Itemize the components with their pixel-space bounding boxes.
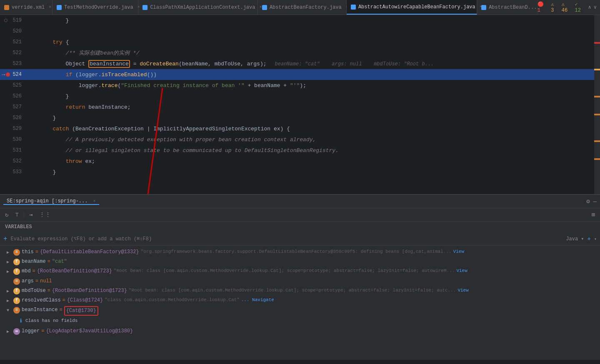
step-over-btn[interactable]: ⇥ <box>28 210 34 219</box>
expand-mbd[interactable]: ▶ <box>7 267 13 275</box>
scroll-marker-red2 <box>594 96 600 97</box>
var-desc-this: "org.springframework.beans.factory.suppo… <box>141 248 452 256</box>
expand-beaninstance[interactable]: ▼ <box>7 306 13 314</box>
linenum-532: 532 <box>10 158 27 164</box>
expand-mbdtouse[interactable]: ▶ <box>7 287 13 295</box>
var-row-this[interactable]: ▶ = this = {DefaultListableBeanFactory@1… <box>0 247 600 257</box>
add-watch-btn[interactable]: + <box>3 235 8 243</box>
tab-icon-java4 <box>351 5 356 10</box>
var-icon-this: = <box>13 249 20 256</box>
var-desc-mbd: "Root bean: class [com.aqin.custom.Metho… <box>114 267 455 275</box>
code-523[interactable]: Object beanInstance = doCreateBean(beanN… <box>27 60 600 68</box>
var-row-nofields: ℹ Class has no fields <box>0 317 600 326</box>
resume-btn[interactable]: ⊤ <box>13 210 20 219</box>
nav-up[interactable]: ∧ <box>588 4 591 10</box>
tab-abstractbeanfactory[interactable]: AbstractBeanFactory.java × <box>258 0 347 15</box>
var-row-args[interactable]: ▶ = args = null <box>0 277 600 286</box>
var-row-mbd[interactable]: ▶ f mbd = {RootBeanDefinition@1723} "Roo… <box>0 267 600 276</box>
var-eq-logger: = <box>41 327 44 335</box>
debug-tab-main[interactable]: SE:spring-aqin [:spring-... × <box>3 198 99 205</box>
columns-btn[interactable]: ⋮⋮ <box>38 210 52 219</box>
variables-list: ▶ = this = {DefaultListableBeanFactory@1… <box>0 246 600 360</box>
code-line-521: 521 try { <box>0 37 600 47</box>
tab-verride[interactable]: verride.xml × <box>0 0 52 15</box>
breakpoint-524[interactable] <box>6 72 10 77</box>
code-526[interactable]: } <box>27 93 600 100</box>
debug-tab-close[interactable]: × <box>93 199 96 204</box>
tab-label-verride: verride.xml <box>12 5 45 10</box>
warn-badge1: ⚠ 3 <box>551 1 559 13</box>
code-530[interactable]: // A previously detected exception with … <box>27 137 600 143</box>
tab-abstractbeand[interactable]: AbstractBeanD... <box>477 0 538 15</box>
var-link-resolvedclass[interactable]: ... Navigate <box>241 297 274 304</box>
tab-abstractautowire[interactable]: AbstractAutowireCapableBeanFactory.java … <box>347 0 477 15</box>
tab-icon-java5 <box>481 5 486 10</box>
var-row-beanname[interactable]: ▶ f beanName = "cat" <box>0 257 600 267</box>
linenum-519: 519 <box>10 17 27 23</box>
tab-icon-java1 <box>57 5 62 10</box>
tab-icon-xml <box>4 5 9 10</box>
code-521[interactable]: try { <box>27 39 600 45</box>
var-eq-args: = <box>35 277 38 285</box>
code-522[interactable]: /** 实际创建bean的实例 */ <box>27 49 600 57</box>
var-link-mbd[interactable]: View <box>456 267 467 275</box>
restart-btn[interactable]: ↻ <box>3 210 10 219</box>
java-label: Java ▾ <box>566 236 584 242</box>
debug-panel: SE:spring-aqin [:spring-... × ⚙ — ↻ ⊤ ⇥ … <box>0 194 600 360</box>
var-name-args: args <box>22 277 34 285</box>
chevron-btn[interactable]: ▾ <box>594 237 597 242</box>
code-527[interactable]: return beanInstance; <box>27 104 600 110</box>
linenum-533: 533 <box>10 169 27 175</box>
current-line-arrow: → <box>2 71 5 78</box>
toolbar-sep1 <box>24 212 24 218</box>
expand-logger[interactable]: ▶ <box>7 327 13 335</box>
var-row-resolvedclass[interactable]: ▶ f resolvedClass = {Class@1724} "class … <box>0 296 600 305</box>
error-badge: 🔴 1 <box>538 1 548 13</box>
tab-bar: verride.xml × TestMethodOverride.java × … <box>0 0 600 15</box>
var-row-mbdtouse[interactable]: ▶ f mbdToUse = {RootBeanDefinition@1723}… <box>0 286 600 296</box>
eval-input[interactable] <box>11 236 563 242</box>
layout-btn[interactable]: ⊞ <box>590 210 597 219</box>
tab-close-verride[interactable]: × <box>49 5 51 10</box>
linenum-528: 528 <box>10 115 27 121</box>
code-525[interactable]: logger.trace("Finished creating instance… <box>27 82 600 89</box>
code-528[interactable]: } <box>27 115 600 121</box>
var-eq-mbd: = <box>32 267 35 275</box>
scroll-markers <box>594 15 600 194</box>
var-desc-mbdtouse: "Root bean: class [com.aqin.custom.Metho… <box>129 287 456 294</box>
add-btn[interactable]: + <box>588 236 591 242</box>
code-529[interactable]: catch (BeanCreationException | Implicitl… <box>27 126 600 132</box>
var-row-logger[interactable]: ▶ ∞ logger = {LogAdapter$JavaUtilLog@138… <box>0 327 600 336</box>
var-row-beaninstance[interactable]: ▼ = beanInstance = {Cat@1730} <box>0 305 600 317</box>
code-line-531: 531 // or illegal singleton state to be … <box>0 145 600 156</box>
tab-label-testmethod: TestMethodOverride.java <box>64 5 133 10</box>
settings-icon[interactable]: ⚙ <box>586 198 590 205</box>
var-type-logger: {LogAdapter$JavaUtilLog@1380} <box>46 327 133 335</box>
code-519[interactable]: } <box>27 17 600 24</box>
nav-down[interactable]: ∨ <box>594 4 597 10</box>
var-eq-mbdtouse: = <box>48 287 50 295</box>
var-icon-mbd: f <box>13 268 20 275</box>
tab-bar-end: 🔴 1 ⚠ 3 ⚠ 46 ✓ 12 ∧ ∨ <box>538 1 600 13</box>
var-link-mbdtouse[interactable]: View <box>458 287 468 294</box>
code-531[interactable]: // or illegal singleton state to be comm… <box>27 147 600 154</box>
gutter-519 <box>2 19 10 22</box>
linenum-531: 531 <box>10 147 27 153</box>
var-type-this: {DefaultListableBeanFactory@1332} <box>40 248 139 256</box>
tab-testmethod[interactable]: TestMethodOverride.java × <box>52 0 138 15</box>
bean-instance-highlight: beanInstance <box>88 60 130 68</box>
var-link-this[interactable]: View <box>453 248 464 256</box>
minimize-icon[interactable]: — <box>593 198 597 205</box>
tab-classpathxml[interactable]: ClassPathXmlApplicationContext.java × <box>138 0 258 15</box>
code-532[interactable]: throw ex; <box>27 158 600 165</box>
expand-resolvedclass[interactable]: ▶ <box>7 297 13 304</box>
expand-args: ▶ <box>7 277 13 285</box>
code-524[interactable]: if (logger.isTraceEnabled()) <box>27 72 600 78</box>
expand-beanname[interactable]: ▶ <box>7 258 13 266</box>
beaninstance-value: {Cat@1730} <box>64 306 98 316</box>
linenum-522: 522 <box>10 50 27 56</box>
linenum-521: 521 <box>10 39 27 45</box>
code-533[interactable]: } <box>27 169 600 175</box>
var-name-beaninstance: beanInstance <box>22 306 58 314</box>
expand-this[interactable]: ▶ <box>7 248 13 256</box>
